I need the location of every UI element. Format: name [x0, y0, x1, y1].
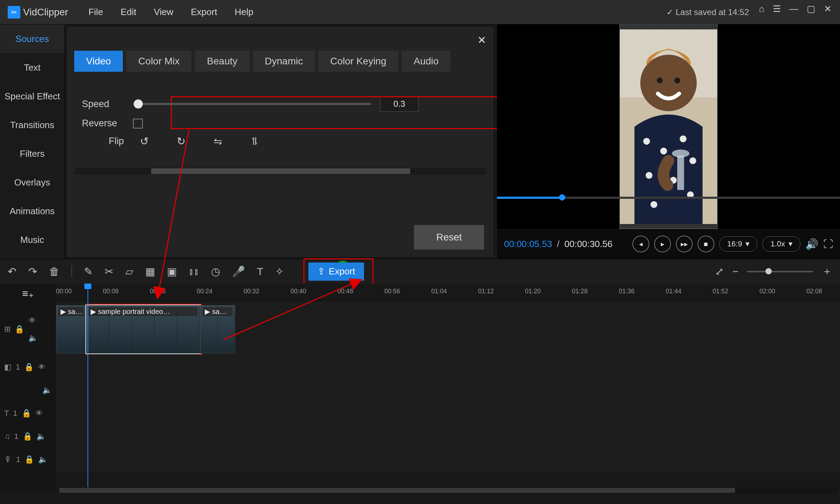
- zoom-slider[interactable]: [747, 271, 813, 272]
- scrub-bar[interactable]: [497, 197, 840, 199]
- timeline-scrollbar[interactable]: [59, 487, 838, 493]
- reverse-checkbox[interactable]: [133, 119, 143, 128]
- mute-icon[interactable]: 🔈: [28, 334, 38, 343]
- home-icon[interactable]: ⌂: [759, 4, 764, 14]
- timeline-ruler[interactable]: 00:0000:0800:1600:2400:3200:4000:4800:56…: [56, 284, 840, 303]
- ai-tool-icon[interactable]: ✧: [275, 265, 284, 278]
- preview-canvas[interactable]: [497, 24, 840, 229]
- speed-value[interactable]: 0.3: [380, 96, 419, 112]
- scrub-progress: [497, 197, 562, 199]
- sidebar-item-music[interactable]: Music: [0, 225, 64, 254]
- speed-slider[interactable]: [133, 103, 371, 105]
- mosaic-icon[interactable]: ▦: [145, 265, 155, 278]
- sidebar-item-sources[interactable]: Sources: [0, 24, 64, 53]
- zoom-out-icon[interactable]: −: [732, 266, 738, 278]
- close-icon[interactable]: ✕: [824, 4, 832, 14]
- scissors-icon: ✂: [8, 6, 20, 19]
- record-voice-icon[interactable]: 🎤: [232, 265, 245, 278]
- play-button[interactable]: ▸: [654, 236, 671, 252]
- minimize-icon[interactable]: —: [789, 4, 798, 14]
- speed-slider-thumb[interactable]: [134, 99, 143, 108]
- overlay-track[interactable]: [56, 356, 840, 379]
- freeze-icon[interactable]: ▣: [167, 265, 177, 278]
- sidebar-item-text[interactable]: Text: [0, 53, 64, 82]
- lock-icon[interactable]: 🔒: [23, 432, 32, 441]
- edit-icon[interactable]: ✎: [84, 265, 93, 278]
- sidebar-item-special-effect[interactable]: Special Effect: [0, 82, 64, 111]
- playhead[interactable]: [88, 284, 88, 493]
- ruler-tick: 00:00: [56, 288, 72, 295]
- toolbar-right: ⤢ − ＋: [715, 264, 832, 279]
- zoom-thumb[interactable]: [765, 268, 772, 274]
- volume-icon[interactable]: 🔊: [805, 238, 818, 250]
- tab-color-mix[interactable]: Color Mix: [126, 51, 191, 72]
- voice-track[interactable]: [56, 448, 840, 471]
- next-frame-button[interactable]: ▸▸: [676, 236, 693, 252]
- scrub-head[interactable]: [559, 194, 565, 201]
- export-icon: ⇪: [317, 266, 325, 277]
- ruler-tick: 01:28: [572, 288, 588, 295]
- maximize-icon[interactable]: ▢: [807, 4, 816, 14]
- menu-list: File Edit View Export Help: [89, 7, 253, 18]
- text-to-speech-icon[interactable]: T: [257, 266, 263, 278]
- flip-vertical-icon[interactable]: ⥮: [250, 135, 259, 147]
- duration-icon[interactable]: ◷: [211, 265, 220, 278]
- zoom-in-icon[interactable]: ＋: [822, 264, 832, 279]
- undo-icon[interactable]: ↶: [8, 265, 16, 278]
- lock-icon[interactable]: 🔒: [24, 455, 34, 464]
- panel-hscroll[interactable]: [74, 168, 486, 175]
- add-track-button[interactable]: ≡₊: [0, 284, 56, 303]
- play-glyph-icon: ▶: [61, 307, 66, 316]
- rotate-ccw-icon[interactable]: ↺: [140, 135, 149, 147]
- delete-icon[interactable]: 🗑: [49, 266, 59, 278]
- stats-icon[interactable]: ⫾⫾: [189, 266, 199, 278]
- playback-rate-select[interactable]: 1.0x▾: [762, 236, 800, 252]
- menu-edit[interactable]: Edit: [121, 7, 136, 18]
- timeline-clip[interactable]: ▶ sa…: [56, 305, 86, 354]
- tab-audio[interactable]: Audio: [402, 51, 451, 72]
- eye-icon[interactable]: 👁: [35, 409, 43, 418]
- fullscreen-icon[interactable]: ⛶: [823, 238, 833, 250]
- menu-file[interactable]: File: [89, 7, 103, 18]
- fit-icon[interactable]: ⤢: [715, 265, 724, 278]
- mute-icon[interactable]: 🔈: [42, 386, 52, 395]
- lock-icon[interactable]: 🔒: [22, 409, 31, 418]
- preview-panel: 00:00:05.53 / 00:00:30.56 ◂ ▸ ▸▸ ■ 16:9▾…: [497, 24, 840, 259]
- overlay-track-2[interactable]: [56, 379, 840, 402]
- rotate-cw-icon[interactable]: ↻: [177, 135, 186, 147]
- hamburger-icon[interactable]: ☰: [773, 4, 781, 14]
- aspect-ratio-select[interactable]: 16:9▾: [719, 236, 758, 252]
- sidebar-item-filters[interactable]: Filters: [0, 139, 64, 168]
- menu-help[interactable]: Help: [234, 7, 253, 18]
- sidebar-item-animations[interactable]: Animations: [0, 197, 64, 225]
- panel-close-icon[interactable]: ✕: [477, 34, 486, 46]
- timeline-clip[interactable]: ▶ sa…: [200, 305, 235, 354]
- tab-color-keying[interactable]: Color Keying: [318, 51, 398, 72]
- lock-icon[interactable]: 🔒: [24, 363, 34, 372]
- prev-frame-button[interactable]: ◂: [632, 236, 649, 252]
- tab-video[interactable]: Video: [74, 51, 123, 72]
- reset-button[interactable]: Reset: [414, 225, 484, 250]
- flip-horizontal-icon[interactable]: ⇋: [214, 135, 222, 147]
- tab-beauty[interactable]: Beauty: [195, 51, 249, 72]
- menu-view[interactable]: View: [154, 7, 173, 18]
- sidebar-item-transitions[interactable]: Transitions: [0, 111, 64, 139]
- timeline-clip[interactable]: ▶ sample portrait video…: [86, 305, 200, 354]
- lock-icon[interactable]: 🔒: [15, 325, 24, 334]
- stop-button[interactable]: ■: [698, 236, 714, 252]
- music-track[interactable]: [56, 425, 840, 448]
- eye-icon[interactable]: 👁: [28, 316, 38, 325]
- mute-icon[interactable]: 🔈: [36, 432, 46, 441]
- redo-icon[interactable]: ↷: [28, 265, 37, 278]
- mute-icon[interactable]: 🔈: [38, 455, 48, 464]
- menu-export[interactable]: Export: [191, 7, 217, 18]
- eye-icon[interactable]: 👁: [38, 363, 46, 372]
- sidebar-item-overlays[interactable]: Overlays: [0, 168, 64, 197]
- text-track[interactable]: [56, 402, 840, 425]
- timeline-body[interactable]: 00:0000:0800:1600:2400:3200:4000:4800:56…: [56, 284, 840, 493]
- video-track[interactable]: ▶ sa…▶ sample portrait video…▶ sa…: [56, 303, 840, 356]
- export-button[interactable]: ⇪ Export: [308, 262, 364, 281]
- crop-icon[interactable]: ▱: [125, 265, 133, 278]
- tab-dynamic[interactable]: Dynamic: [253, 51, 315, 72]
- split-icon[interactable]: ✂: [105, 265, 113, 278]
